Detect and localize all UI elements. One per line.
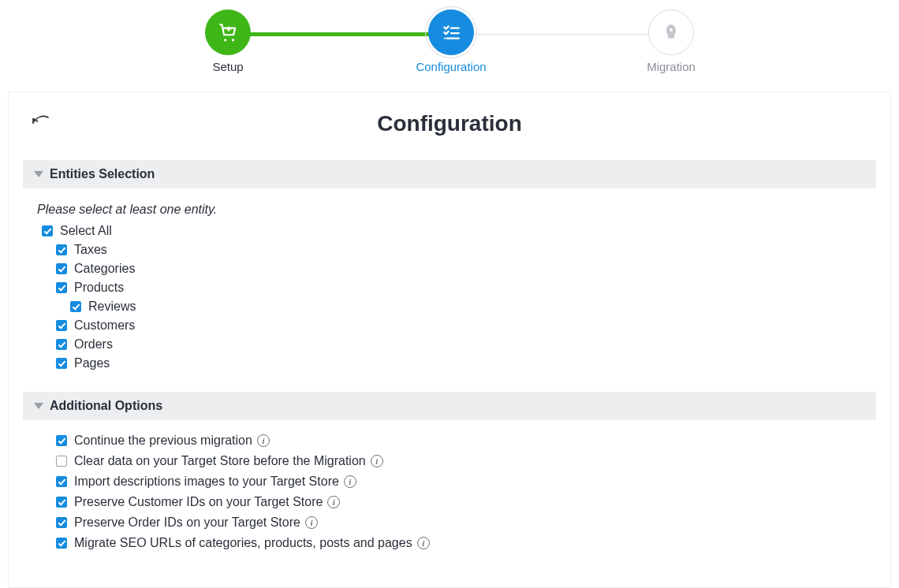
stepper: Setup Configuration Migration [0,0,899,76]
svg-point-1 [232,39,234,41]
section-title: Additional Options [50,399,162,413]
info-icon[interactable]: i [371,455,383,467]
entity-label: Reviews [88,300,136,314]
entity-checkbox-reviews[interactable] [70,301,81,312]
section-options-header[interactable]: Additional Options [23,392,876,420]
option-checkbox-clear-data[interactable] [56,456,67,467]
chevron-down-icon [34,171,43,177]
page-title: Configuration [23,111,876,136]
entity-label: Taxes [74,243,107,257]
option-label: Migrate SEO URLs of categories, products… [74,536,412,550]
option-label: Clear data on your Target Store before t… [74,454,366,468]
section-title: Entities Selection [50,167,155,181]
option-label: Preserve Order IDs on your Target Store [74,515,300,530]
entity-checkbox-categories[interactable] [56,263,67,274]
step-label: Configuration [404,60,498,73]
stepper-line-pending [473,34,648,35]
option-checkbox-continue[interactable] [56,435,67,446]
svg-point-0 [224,39,226,41]
cart-icon [205,9,251,55]
entity-checkbox-pages[interactable] [56,358,67,369]
stepper-line-done [250,32,430,36]
option-label: Continue the previous migration [74,434,252,448]
step-label: Migration [624,60,718,73]
chevron-down-icon [34,403,43,409]
checklist-icon [428,9,474,55]
entity-label: Products [74,281,124,295]
option-label: Preserve Customer IDs on your Target Sto… [74,495,323,509]
option-checkbox-seo-urls[interactable] [56,538,67,549]
option-checkbox-preserve-customer-ids[interactable] [56,497,67,508]
select-all-label: Select All [60,224,112,238]
entity-label: Orders [74,337,113,352]
config-card: Configuration Entities Selection Please … [8,91,891,588]
entities-hint: Please select at least one entity. [37,203,868,217]
section-entities-header[interactable]: Entities Selection [23,160,876,188]
options-list: Continue the previous migration i Clear … [53,433,876,551]
info-icon[interactable]: i [257,434,270,447]
entity-checkbox-customers[interactable] [56,320,67,331]
rocket-icon [648,9,694,55]
step-setup[interactable]: Setup [181,9,275,73]
info-icon[interactable]: i [417,537,430,549]
option-checkbox-preserve-order-ids[interactable] [56,517,67,528]
info-icon[interactable]: i [305,516,318,529]
entity-checkbox-taxes[interactable] [56,244,67,255]
entity-label: Categories [74,262,135,276]
entity-label: Pages [74,356,110,370]
back-button[interactable] [31,113,58,135]
entity-label: Customers [74,318,135,333]
step-label: Setup [181,60,275,73]
entity-checkbox-products[interactable] [56,282,67,293]
option-label: Import descriptions images to your Targe… [74,474,339,489]
info-icon[interactable]: i [344,475,356,488]
entity-checkbox-orders[interactable] [56,339,67,350]
select-all-checkbox[interactable] [42,225,53,236]
step-migration[interactable]: Migration [624,9,718,73]
option-checkbox-import-images[interactable] [56,476,67,487]
entities-tree: Select All Taxes Categories Products [39,223,876,371]
info-icon[interactable]: i [327,496,340,508]
step-configuration[interactable]: Configuration [404,9,498,73]
